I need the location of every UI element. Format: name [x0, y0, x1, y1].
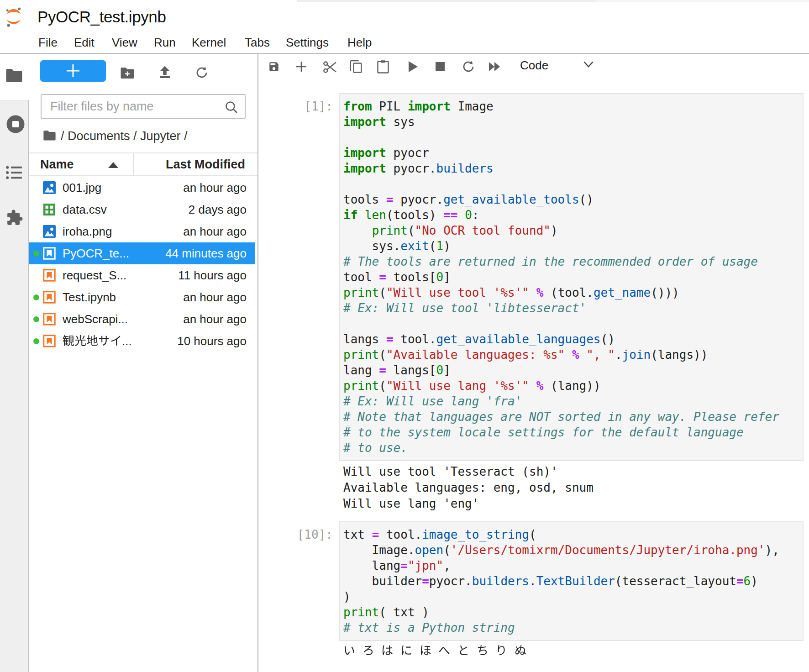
jupyter-logo-icon[interactable]	[5, 5, 25, 28]
upload-button[interactable]	[159, 66, 171, 79]
file-row[interactable]: request_S...11 hours ago	[29, 264, 255, 286]
menu-view[interactable]: View	[112, 32, 137, 52]
file-row[interactable]: data.csv2 days ago	[29, 199, 255, 220]
dock-tab-toc[interactable]	[0, 161, 29, 194]
image-file-icon	[43, 181, 56, 194]
cut-cells-button[interactable]	[323, 61, 337, 74]
code-token: txt	[343, 528, 372, 541]
notebook-title: PyOCR_test.ipynb	[37, 7, 166, 27]
code-token: tools	[343, 193, 386, 206]
code-line: tools = pyocr.get_available_tools()	[343, 192, 803, 207]
file-row[interactable]: 001.jpgan hour ago	[29, 177, 255, 199]
output-line: Will use tool 'Tesseract (sh)'	[343, 464, 594, 480]
code-line: # to the system locale settings for the …	[343, 425, 803, 440]
code-token: pyocr	[386, 146, 429, 160]
column-header-last-modified[interactable]: Last Modified	[166, 153, 245, 175]
file-name: webScrapi...	[63, 308, 128, 330]
file-row[interactable]: PyOCR_te...44 minutes ago	[29, 242, 255, 264]
menu-kernel[interactable]: Kernel	[192, 32, 226, 52]
code-token: builder	[343, 574, 422, 588]
file-row[interactable]: iroha.pngan hour ago	[29, 220, 255, 242]
stop-button[interactable]	[436, 62, 445, 71]
code-token: langs[	[386, 363, 436, 377]
file-row[interactable]: ...10 hours ago	[29, 330, 255, 352]
new-launcher-button[interactable]	[40, 60, 106, 82]
menu-help[interactable]: Help	[347, 32, 372, 52]
copy-cells-button[interactable]	[350, 60, 362, 74]
file-row[interactable]: Test.ipynban hour ago	[29, 286, 255, 308]
code-token: %	[536, 379, 544, 393]
code-token: =	[400, 559, 408, 572]
code-line: txt = tool.image_to_string(	[343, 527, 803, 542]
code-token: import	[343, 162, 386, 175]
restart-kernel-button[interactable]	[462, 60, 475, 73]
kernel-running-dot	[33, 294, 39, 300]
dock-tab-folder[interactable]	[0, 64, 29, 97]
menu-edit[interactable]: Edit	[74, 32, 95, 52]
code-token: import	[408, 100, 451, 113]
column-header-name[interactable]: Name	[40, 153, 74, 175]
code-token: print	[372, 224, 408, 237]
code-line: )	[343, 589, 803, 604]
dock-tab-extension[interactable]	[0, 205, 29, 237]
paste-cells-button[interactable]	[377, 60, 389, 74]
insert-cell-button[interactable]	[296, 61, 307, 72]
code-token: # to the system locale settings for the …	[343, 425, 744, 439]
code-token: tool.	[379, 528, 422, 541]
code-token: from	[343, 100, 372, 113]
code-line: if len(tools) == 0:	[343, 207, 803, 223]
filter-files-input[interactable]	[42, 95, 245, 118]
output-line: Will use lang 'eng'	[343, 496, 594, 512]
file-name: iroha.png	[63, 220, 112, 242]
dock-tab-running[interactable]	[0, 110, 29, 143]
file-last-modified: an hour ago	[183, 308, 247, 330]
new-folder-button[interactable]	[121, 67, 134, 79]
code-token: builders	[436, 162, 494, 175]
search-icon	[224, 100, 239, 115]
menu-file[interactable]: File	[38, 32, 58, 52]
file-name: Test.ipynb	[63, 286, 116, 308]
code-token: Image.	[343, 543, 415, 557]
code-token: :	[472, 208, 479, 222]
breadcrumb-path[interactable]: / Documents / Jupyter /	[61, 128, 188, 144]
code-token: "Will use lang '%s'"	[386, 379, 529, 393]
code-token: .	[529, 574, 536, 588]
code-token: print	[343, 348, 379, 362]
code-token: langs	[343, 332, 386, 346]
restart-run-all-button[interactable]	[489, 62, 500, 72]
folder-icon	[43, 130, 56, 141]
notebook-panel: Code [1]:from PIL import Imageimport sys…	[258, 54, 809, 672]
tabbar-segment	[297, 0, 596, 2]
code-token: )	[343, 590, 351, 604]
left-dock-strip	[0, 54, 29, 672]
code-token: pyocr.	[394, 193, 444, 206]
run-button[interactable]	[408, 61, 418, 73]
code-token: sys	[386, 115, 415, 129]
code-line: sys.exit(1)	[343, 238, 803, 254]
filter-box	[41, 94, 246, 119]
code-token: "Available languages: %s"	[386, 348, 565, 362]
cjk-glyph	[457, 644, 469, 656]
code-cell-editor[interactable]: txt = tool.image_to_string( Image.open('…	[339, 521, 804, 641]
file-last-modified: an hour ago	[183, 177, 247, 199]
save-button[interactable]	[268, 61, 280, 73]
refresh-button[interactable]	[195, 66, 208, 79]
menu-tabs[interactable]: Tabs	[245, 32, 270, 52]
folder-icon	[6, 68, 22, 82]
code-cell-editor[interactable]: from PIL import Imageimport sys import p…	[339, 93, 804, 461]
notebook-file-icon	[43, 291, 56, 304]
menu-run[interactable]: Run	[154, 32, 176, 52]
code-token: '/Users/tomixrm/Documents/Jupyter/iroha.…	[451, 543, 765, 557]
code-token: 6	[744, 574, 751, 588]
cjk-glyph	[477, 644, 489, 656]
menu-settings[interactable]: Settings	[286, 32, 329, 52]
file-last-modified: 2 days ago	[189, 199, 247, 220]
file-row[interactable]: webScrapi...an hour ago	[29, 308, 255, 330]
cell-type-dropdown[interactable]: Code	[520, 58, 548, 73]
code-token: .	[615, 348, 622, 362]
file-name: 001.jpg	[63, 177, 101, 199]
chevron-down-icon[interactable]	[583, 61, 594, 68]
code-token: print	[343, 286, 379, 299]
spreadsheet-file-icon	[43, 203, 56, 216]
code-token: exit	[400, 239, 429, 253]
